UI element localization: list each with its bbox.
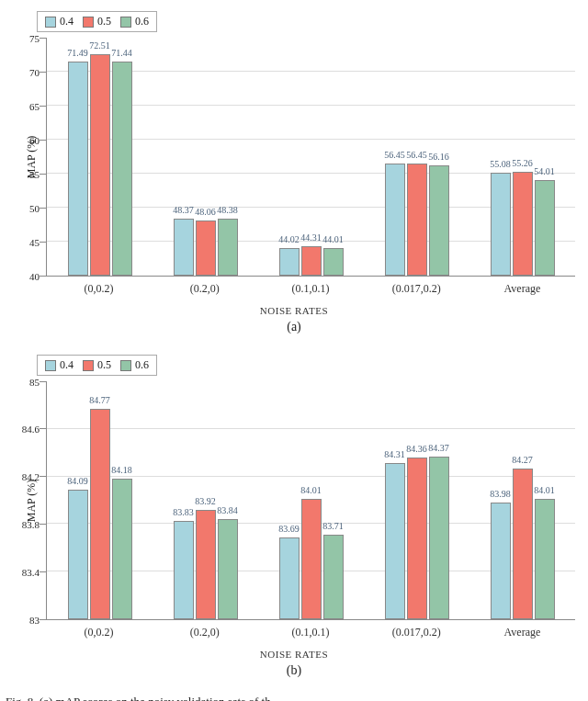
x-ticks-b: (0,0.2)(0.2,0)(0.1,0.1)(0.017,0.2)Averag… [46, 620, 575, 639]
plot-area-a: MAP (%) 404550556065707571.4972.5171.444… [46, 38, 575, 277]
y-tick [40, 619, 47, 620]
bar-value-label: 84.18 [111, 465, 132, 475]
y-tick [40, 174, 47, 175]
bar-value-label: 44.02 [278, 234, 300, 244]
bar: 44.31 [301, 246, 322, 276]
bar-value-label: 56.45 [384, 150, 405, 160]
bar-group: 83.9884.2784.01 [469, 381, 575, 619]
y-tick-label: 75 [16, 33, 40, 44]
bar-value-label: 55.26 [512, 158, 533, 168]
bar-value-label: 84.01 [300, 485, 322, 495]
x-tick-label: (0.1,0.1) [257, 620, 363, 639]
bar-value-label: 84.77 [89, 395, 110, 405]
bar: 84.36 [407, 458, 427, 619]
bar: 71.49 [68, 62, 88, 276]
swatch-icon [83, 17, 94, 28]
bar: 84.18 [112, 479, 132, 619]
bar-value-label: 48.06 [195, 207, 216, 217]
bar-value-label: 83.71 [322, 521, 344, 531]
y-tick-label: 85 [16, 377, 40, 388]
swatch-icon [120, 360, 131, 371]
bar-value-label: 72.51 [89, 40, 110, 51]
bar: 84.01 [301, 499, 322, 619]
bar: 55.08 [491, 173, 511, 276]
bar-value-label: 83.84 [217, 505, 238, 515]
bar-group: 56.4556.4556.16 [364, 38, 469, 276]
x-tick-label: Average [469, 277, 575, 296]
legend-item-04: 0.4 [45, 15, 74, 28]
bar: 56.45 [385, 164, 405, 276]
bar-value-label: 84.36 [406, 444, 427, 454]
x-tick-label: (0.2,0) [152, 620, 257, 639]
bar-value-label: 83.98 [490, 489, 511, 499]
bar: 83.83 [174, 521, 194, 619]
chart-a: 0.4 0.5 0.6 MAP (%) 404550556065707571.4… [6, 7, 582, 334]
y-tick-label: 45 [16, 237, 40, 248]
subcaption-b: (b) [6, 663, 582, 678]
bar: 56.16 [429, 165, 449, 276]
bar: 48.38 [218, 219, 238, 276]
bar-value-label: 84.01 [534, 485, 555, 495]
bar: 84.31 [385, 463, 405, 619]
y-tick [40, 106, 47, 107]
y-tick [40, 524, 47, 525]
x-axis-label: NOISE RATES [6, 305, 582, 316]
bar-group: 84.3184.3684.37 [364, 381, 469, 619]
bar: 84.27 [513, 469, 533, 619]
legend-item-05: 0.5 [83, 15, 111, 28]
legend-item-05: 0.5 [83, 358, 111, 372]
swatch-icon [45, 17, 56, 28]
swatch-icon [45, 360, 56, 371]
bar-value-label: 54.01 [534, 166, 555, 176]
bar-group: 84.0984.7784.18 [47, 381, 153, 619]
y-tick [40, 38, 47, 39]
legend-item-06: 0.6 [120, 15, 149, 28]
y-tick [40, 476, 47, 477]
legend-item-04: 0.4 [45, 358, 74, 372]
x-tick-label: (0.017,0.2) [364, 277, 469, 296]
y-tick [40, 571, 47, 572]
bar: 54.01 [535, 180, 555, 276]
y-tick-label: 60 [16, 135, 40, 146]
y-tick [40, 428, 47, 429]
y-tick-label: 65 [16, 101, 40, 112]
bar-value-label: 83.69 [278, 524, 300, 534]
bar-value-label: 44.31 [300, 232, 322, 243]
swatch-icon [120, 17, 131, 28]
bar-groups: 71.4972.5171.4448.3748.0648.3844.0244.31… [47, 38, 575, 276]
legend-label: 0.5 [97, 358, 111, 372]
figure-caption: Fig. 8. (a) mAP scores on the noisy vali… [6, 695, 582, 701]
x-tick-label: (0,0.2) [46, 620, 152, 639]
bar-value-label: 71.49 [67, 48, 88, 58]
legend-label: 0.4 [60, 358, 74, 372]
bar-group: 55.0855.2654.01 [469, 38, 575, 276]
plot-area-b: MAP (%) 8383.483.884.284.68584.0984.7784… [46, 381, 575, 620]
bar-group: 83.8383.9283.84 [153, 381, 258, 619]
x-tick-label: (0.1,0.1) [257, 277, 363, 296]
bar-value-label: 84.37 [428, 443, 449, 453]
bar-group: 48.3748.0648.38 [153, 38, 258, 276]
bar: 48.06 [196, 220, 216, 276]
bar-value-label: 84.09 [67, 476, 88, 486]
bar-value-label: 83.83 [173, 507, 194, 517]
bar: 72.51 [90, 54, 110, 276]
swatch-icon [83, 360, 94, 371]
y-tick [40, 276, 47, 277]
bar-value-label: 56.16 [428, 152, 449, 162]
bar-group: 71.4972.5171.44 [47, 38, 153, 276]
x-tick-label: (0.017,0.2) [364, 620, 469, 639]
bar-value-label: 84.27 [512, 455, 533, 465]
bar: 55.26 [513, 172, 533, 276]
x-tick-label: Average [469, 620, 575, 639]
y-axis-label: MAP (%) [25, 479, 39, 522]
bar-group: 83.6984.0183.71 [258, 381, 364, 619]
y-tick [40, 72, 47, 73]
bar: 84.09 [68, 490, 88, 619]
bar: 83.92 [196, 510, 216, 619]
bar-value-label: 84.31 [384, 449, 405, 459]
y-tick-label: 83 [16, 615, 40, 626]
legend: 0.4 0.5 0.6 [37, 11, 157, 32]
y-tick-label: 55 [16, 169, 40, 180]
bar-value-label: 48.37 [173, 205, 194, 215]
legend-label: 0.6 [135, 358, 149, 372]
